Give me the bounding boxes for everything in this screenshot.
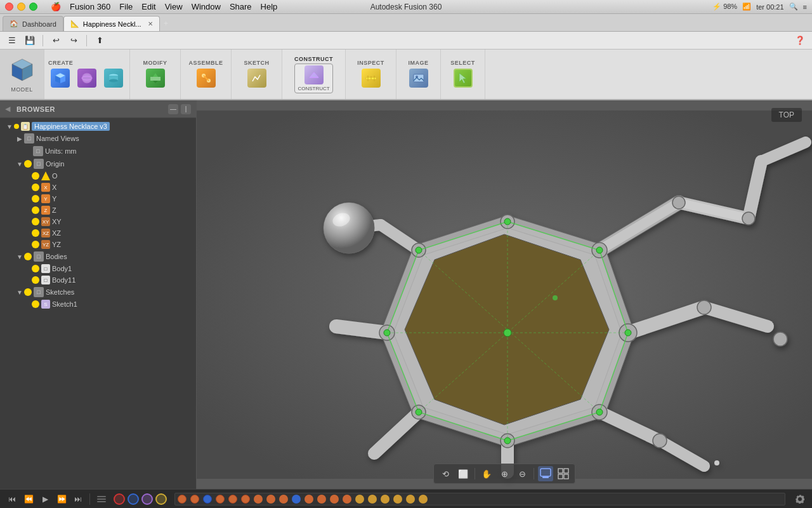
browser-resize-button[interactable]: |	[181, 104, 191, 114]
timeline-marker-20[interactable]	[419, 495, 428, 504]
tree-origin-yz[interactable]: YZ YZ	[0, 239, 196, 250]
assemble-button[interactable]	[194, 67, 218, 89]
menu-fusion360[interactable]: Fusion 360	[70, 2, 110, 11]
bodies-toggle[interactable]: ▼	[15, 252, 24, 261]
viewport-pan-button[interactable]: ✋	[479, 466, 494, 481]
tab-dashboard[interactable]: 🏠 Dashboard	[3, 16, 63, 31]
timeline-marker-12[interactable]	[317, 495, 326, 504]
status-gear-button[interactable]	[793, 492, 807, 506]
tree-origin-z[interactable]: Z Z	[0, 204, 196, 216]
minimize-button[interactable]	[17, 3, 25, 11]
menu-view[interactable]: View	[165, 2, 183, 11]
menu-apple[interactable]: 🍎	[51, 2, 61, 11]
redo-button[interactable]: ↪	[67, 34, 81, 48]
tab-active-file[interactable]: 📐 Happiness Neckl... ✕	[63, 16, 160, 31]
hamburger-menu[interactable]: ☰	[5, 34, 19, 48]
timeline-marker-19[interactable]	[406, 495, 415, 504]
viewport-zoom-in-button[interactable]: ⊕	[497, 466, 512, 481]
tree-origin-xz[interactable]: XZ XZ	[0, 227, 196, 239]
playback-start-button[interactable]: ⏮	[5, 492, 19, 506]
viewport-zoom-out-button[interactable]: ⊖	[514, 466, 530, 481]
close-button[interactable]	[5, 3, 13, 11]
menu-help[interactable]: Help	[261, 2, 278, 11]
sketches-toggle[interactable]: ▼	[15, 288, 24, 297]
tree-sketches-folder[interactable]: ▼ □ Sketches	[0, 286, 196, 298]
browser-collapse-btn[interactable]: ◀	[5, 105, 10, 113]
model-view[interactable]	[197, 100, 812, 489]
menu-file[interactable]: File	[119, 2, 133, 11]
viewport-grid-button[interactable]	[556, 466, 571, 481]
inspect-measure-button[interactable]	[359, 67, 383, 89]
tab-dashboard-icon: 🏠	[10, 20, 18, 28]
modify-press-pull-button[interactable]	[143, 67, 167, 89]
construct-plane-button[interactable]: CONSTRUCT	[294, 64, 332, 93]
timeline-marker-10[interactable]	[292, 495, 301, 504]
indicator-purple[interactable]	[141, 493, 153, 505]
indicator-yellow[interactable]	[155, 493, 167, 505]
viewport-fit-button[interactable]: ⬜	[455, 466, 471, 481]
create-cylinder-button[interactable]	[102, 67, 126, 89]
timeline-marker-13[interactable]	[330, 495, 339, 504]
viewport-orbit-button[interactable]: ⟲	[438, 466, 453, 481]
timeline-marker-5[interactable]	[228, 495, 237, 504]
tree-body11[interactable]: □ Body11	[0, 274, 196, 286]
browser-settings-button[interactable]: —	[168, 104, 178, 114]
timeline-marker-15[interactable]	[355, 495, 364, 504]
timeline-marker-3[interactable]	[203, 495, 212, 504]
create-sphere-button[interactable]	[75, 67, 99, 89]
timeline-marker-8[interactable]	[266, 495, 275, 504]
create-box-button[interactable]	[48, 67, 72, 89]
tree-origin-xy[interactable]: XY XY	[0, 216, 196, 227]
new-tab-button[interactable]: +	[160, 16, 173, 31]
tree-body1[interactable]: □ Body1	[0, 263, 196, 274]
save-button[interactable]: 💾	[23, 34, 37, 48]
tree-origin-o[interactable]: O	[0, 170, 196, 182]
timeline-marker-2[interactable]	[190, 495, 199, 504]
timeline-marker-4[interactable]	[216, 495, 225, 504]
tree-named-views[interactable]: ▶ □ Named Views	[0, 132, 196, 145]
tree-sketch1[interactable]: S Sketch1	[0, 298, 196, 310]
origin-toggle[interactable]: ▼	[15, 159, 24, 168]
root-toggle[interactable]: ▼	[5, 122, 14, 131]
playback-next-button[interactable]: ⏩	[55, 492, 69, 506]
search-icon[interactable]: 🔍	[789, 3, 798, 11]
viewport-display-button[interactable]	[538, 466, 553, 481]
undo-button[interactable]: ↩	[49, 34, 63, 48]
menu-edit[interactable]: Edit	[141, 2, 155, 11]
sketch-button[interactable]	[245, 67, 269, 89]
indicator-red[interactable]	[114, 493, 125, 505]
timeline-marker-18[interactable]	[393, 495, 402, 504]
notification-icon[interactable]: ≡	[803, 3, 807, 11]
indicator-blue[interactable]	[128, 493, 139, 505]
timeline-track[interactable]	[174, 493, 785, 505]
svg-rect-23	[414, 74, 424, 82]
menu-share[interactable]: Share	[230, 2, 252, 11]
menu-window[interactable]: Window	[192, 2, 221, 11]
tree-root-item[interactable]: ▼ 📋 Happiness Necklace v3	[0, 121, 196, 132]
image-button[interactable]	[407, 67, 431, 89]
timeline-settings-button[interactable]	[95, 492, 108, 506]
timeline-marker-7[interactable]	[254, 495, 263, 504]
timeline-marker-11[interactable]	[304, 495, 313, 504]
timeline-marker-17[interactable]	[381, 495, 390, 504]
tab-close-button[interactable]: ✕	[148, 20, 153, 27]
playback-prev-button[interactable]: ⏪	[22, 492, 36, 506]
share-button[interactable]: ⬆	[93, 34, 107, 48]
root-dot-icon	[14, 124, 19, 129]
tree-origin-y[interactable]: Y Y	[0, 193, 196, 204]
playback-end-button[interactable]: ⏭	[71, 492, 85, 506]
tree-bodies-folder[interactable]: ▼ □ Bodies	[0, 250, 196, 263]
timeline-marker-9[interactable]	[279, 495, 288, 504]
named-views-toggle[interactable]: ▶	[15, 134, 24, 143]
timeline-marker-6[interactable]	[241, 495, 250, 504]
tree-origin-x[interactable]: X X	[0, 182, 196, 193]
timeline-marker-1[interactable]	[178, 495, 187, 504]
select-button[interactable]	[451, 67, 475, 89]
timeline-marker-16[interactable]	[368, 495, 377, 504]
playback-play-button[interactable]: ▶	[38, 492, 52, 506]
help-button[interactable]: ❓	[793, 34, 807, 48]
viewport[interactable]: TOP ⟲ ⬜ ✋ ⊕ ⊖	[197, 100, 812, 489]
tree-origin-folder[interactable]: ▼ □ Origin	[0, 157, 196, 170]
maximize-button[interactable]	[29, 3, 37, 11]
timeline-marker-14[interactable]	[343, 495, 351, 504]
